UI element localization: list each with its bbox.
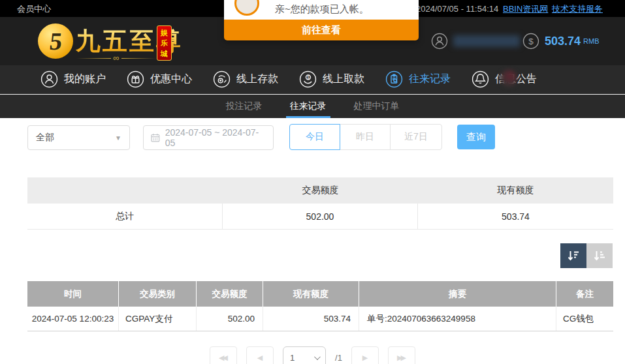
calendar-icon xyxy=(150,132,161,143)
sort-asc-icon xyxy=(592,249,607,262)
member-center-label[interactable]: 会员中心 xyxy=(17,3,51,15)
deposit-notification-popup: 亲~您的款项已入帐。 前往查看 xyxy=(224,0,419,40)
page-total-label: /1 xyxy=(335,353,342,363)
notification-badge-blurred xyxy=(500,70,517,87)
yesterday-button[interactable]: 昨日 xyxy=(340,124,391,150)
next-page-icon: ▶ xyxy=(362,354,368,362)
last-page-icon: ▶▶ xyxy=(397,354,404,362)
popup-body: 亲~您的款项已入帐。 xyxy=(224,0,419,20)
balance-amount: 503.74 xyxy=(545,35,581,48)
popup-message: 亲~您的款项已入帐。 xyxy=(275,3,369,16)
date-range-input[interactable]: 2024-07-05 ~ 2024-07-05 xyxy=(143,125,274,150)
page-select-value: 1 xyxy=(290,353,295,363)
sort-descending-button[interactable] xyxy=(560,243,586,268)
summary-total-row: 总计 502.00 503.74 xyxy=(27,204,613,230)
nav-label: 我的账户 xyxy=(64,72,106,86)
flourish-line xyxy=(121,58,156,59)
header-note: 备注 xyxy=(556,281,613,307)
pagination: ◀◀ ◀ 1 /1 ▶ ▶▶ xyxy=(0,346,625,364)
logo-flourish: ∞ xyxy=(76,55,156,61)
dollar-icon: $ xyxy=(522,33,539,50)
tab-label: 往来记录 xyxy=(290,100,327,112)
header-type: 交易类别 xyxy=(119,281,197,307)
cell-type: CGPAY支付 xyxy=(119,307,197,331)
header-time: 时间 xyxy=(27,281,119,307)
tech-support-link[interactable]: 技术支持服务 xyxy=(552,3,603,15)
sub-nav: 投注记录 往来记录 处理中订单 xyxy=(0,95,625,118)
summary-header-trade: 交易额度 xyxy=(223,177,418,204)
header-amount: 交易额度 xyxy=(197,281,263,307)
today-button[interactable]: 今日 xyxy=(289,124,340,150)
cell-note: CG钱包 xyxy=(556,307,613,331)
prev-page-icon: ◀ xyxy=(257,354,263,362)
cell-amount: 502.00 xyxy=(197,307,263,331)
withdraw-icon: $ xyxy=(299,70,317,88)
tab-transaction-records[interactable]: 往来记录 xyxy=(289,95,328,118)
nav-label: 优惠中心 xyxy=(150,72,192,86)
flourish-ornament: ∞ xyxy=(111,55,121,61)
user-icon xyxy=(431,33,448,50)
svg-text:$: $ xyxy=(528,37,534,46)
tab-label: 投注记录 xyxy=(226,100,263,112)
gift-icon xyxy=(127,70,144,88)
account-balance[interactable]: $ 503.74 RMB xyxy=(522,17,600,65)
tab-label: 处理中订单 xyxy=(354,100,400,112)
logo-mark: 5 xyxy=(48,27,63,55)
go-view-button[interactable]: 前往查看 xyxy=(224,20,419,40)
notification-coin-icon xyxy=(234,0,259,16)
svg-text:$: $ xyxy=(307,75,310,80)
account-user[interactable] xyxy=(431,17,520,65)
nav-item-transactions[interactable]: 往来记录 xyxy=(385,70,452,88)
quick-date-group: 今日 昨日 近7日 xyxy=(289,124,442,150)
first-page-button[interactable]: ◀◀ xyxy=(210,346,237,364)
last-page-button[interactable]: ▶▶ xyxy=(388,346,415,364)
chevron-down-icon: ▼ xyxy=(115,134,121,142)
next-page-button[interactable]: ▶ xyxy=(351,346,379,364)
date-range-value: 2024-07-05 ~ 2024-07-05 xyxy=(165,127,266,148)
transactions-table: 时间 交易类别 交易额度 现有额度 摘要 备注 2024-07-05 12:00… xyxy=(27,281,613,331)
header-balance: 现有额度 xyxy=(263,281,359,307)
balance-currency: RMB xyxy=(583,37,599,45)
page-select[interactable]: 1 xyxy=(283,346,326,364)
bell-icon xyxy=(472,70,489,88)
logo-icon[interactable]: 5 xyxy=(38,23,73,59)
bbin-news-link[interactable]: BBIN资讯网 xyxy=(503,3,548,15)
nav-item-deposit[interactable]: 线上存款 xyxy=(213,70,280,88)
summary-total-balance: 503.74 xyxy=(418,204,613,229)
cell-summary: 单号:202407063663249958 xyxy=(359,307,556,331)
sort-ascending-button[interactable] xyxy=(586,243,613,268)
cell-balance: 503.74 xyxy=(263,307,359,331)
summary-header-balance: 现有额度 xyxy=(418,177,613,204)
summary-table: 交易额度 现有额度 总计 502.00 503.74 xyxy=(27,177,613,230)
summary-total-trade: 502.00 xyxy=(223,204,418,229)
nav-label: 线上取款 xyxy=(323,72,364,86)
username-blurred xyxy=(453,35,520,47)
category-select[interactable]: 全部 ▼ xyxy=(27,125,130,150)
last7days-button[interactable]: 近7日 xyxy=(390,124,442,150)
table-header-row: 时间 交易类别 交易额度 现有额度 摘要 备注 xyxy=(27,281,613,307)
first-page-icon: ◀◀ xyxy=(219,354,226,362)
search-button[interactable]: 查询 xyxy=(457,125,495,149)
table-row: 2024-07-05 12:00:23 CGPAY支付 502.00 503.7… xyxy=(27,307,613,331)
deposit-icon xyxy=(213,70,231,88)
nav-item-promotions[interactable]: 优惠中心 xyxy=(127,70,193,88)
sort-desc-icon xyxy=(566,249,581,262)
nav-label: 线上存款 xyxy=(236,72,278,86)
summary-header-row: 交易额度 现有额度 xyxy=(27,177,613,204)
main-nav: 我的账户 优惠中心 线上存款 $ 线上取款 xyxy=(0,65,625,94)
tab-bet-records[interactable]: 投注记录 xyxy=(225,95,264,118)
records-icon xyxy=(385,70,403,88)
nav-item-withdraw[interactable]: $ 线上取款 xyxy=(299,70,366,88)
tab-pending-orders[interactable]: 处理中订单 xyxy=(353,95,401,118)
account-icon xyxy=(40,70,58,88)
chevron-down-icon xyxy=(314,354,321,360)
prev-page-button[interactable]: ◀ xyxy=(246,346,274,364)
summary-header-blank xyxy=(27,177,223,204)
cell-time: 2024-07-05 12:00:23 xyxy=(27,307,119,331)
summary-total-label: 总计 xyxy=(27,204,223,229)
logo-badge: 娱乐城 xyxy=(157,25,172,61)
header-summary: 摘要 xyxy=(359,281,556,307)
nav-item-my-account[interactable]: 我的账户 xyxy=(40,70,107,88)
category-value: 全部 xyxy=(36,132,54,144)
nav-label: 往来记录 xyxy=(409,72,451,86)
